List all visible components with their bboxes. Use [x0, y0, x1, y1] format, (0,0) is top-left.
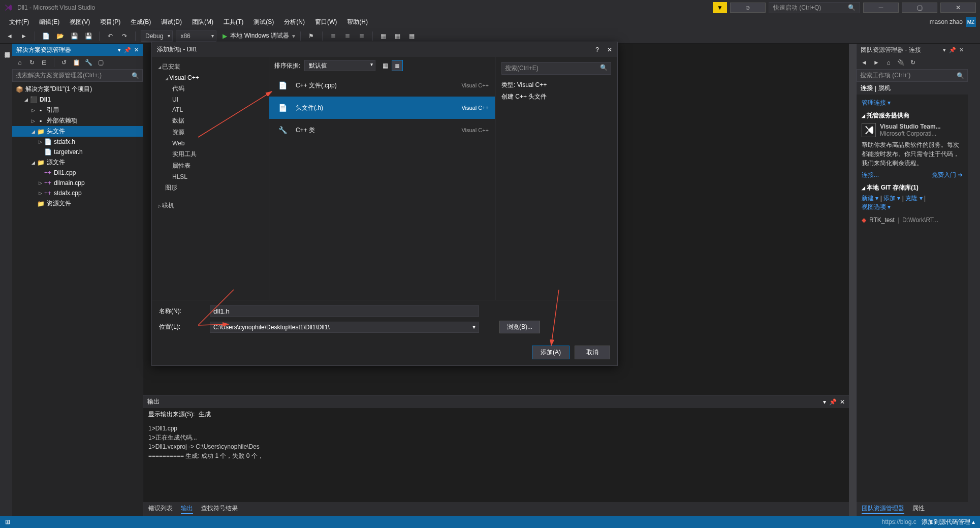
menu-build[interactable]: 生成(B)	[125, 16, 156, 28]
save-icon[interactable]: 💾	[69, 30, 80, 42]
menu-view[interactable]: 视图(V)	[65, 16, 95, 28]
git-add-link[interactable]: 添加 ▾	[883, 195, 900, 202]
cat-data[interactable]: 数据	[158, 115, 263, 127]
config-combo[interactable]: Debug	[141, 30, 173, 42]
free-start-link[interactable]: 免费入门 ➜	[932, 171, 963, 179]
manage-connections-link[interactable]: 管理连接 ▾	[862, 99, 963, 107]
git-view-options-link[interactable]: 视图选项 ▾	[862, 203, 963, 211]
location-input[interactable]: C:\Users\cynophile\Desktop\test1\Dll1\Dl…	[210, 322, 479, 333]
cat-prop[interactable]: 属性表	[158, 160, 263, 172]
git-clone-link[interactable]: 克隆 ▾	[905, 195, 922, 202]
cat-online[interactable]: 联机	[158, 200, 263, 211]
tree-file-dllmain-cpp[interactable]: ▷++dllmain.cpp	[12, 178, 143, 188]
output-text[interactable]: 1>Dll1.cpp 1>正在生成代码... 1>Dll1.vcxproj ->…	[143, 421, 849, 502]
toolbar-icon-6[interactable]: ▦	[392, 30, 403, 42]
browse-button[interactable]: 浏览(B)...	[499, 321, 540, 333]
tab-team-explorer[interactable]: 团队资源管理器	[862, 504, 904, 514]
menu-team[interactable]: 团队(M)	[187, 16, 218, 28]
tab-find-symbol[interactable]: 查找符号结果	[201, 504, 238, 514]
cancel-button[interactable]: 取消	[575, 346, 610, 359]
refresh-icon[interactable]: ↻	[27, 58, 37, 67]
cat-util[interactable]: 实用工具	[158, 148, 263, 160]
panel-dropdown-icon[interactable]: ▾	[823, 398, 826, 406]
toolbar-icon-5[interactable]: ▦	[378, 30, 389, 42]
toolbar-icon-3[interactable]: ≣	[342, 30, 353, 42]
template-cpp-file[interactable]: 📄 C++ 文件(.cpp) Visual C++	[269, 74, 495, 97]
tree-references[interactable]: ▷▪引用	[12, 105, 143, 115]
chevron-down-icon[interactable]: ▾	[472, 323, 476, 330]
toolbar-icon-1[interactable]: ⚑	[306, 30, 317, 42]
view-list-icon[interactable]: ≣	[392, 60, 403, 71]
menu-edit[interactable]: 编辑(E)	[34, 16, 65, 28]
redo-icon[interactable]: ↷	[119, 30, 130, 42]
toolbar-icon-2[interactable]: ≣	[328, 30, 339, 42]
menu-help[interactable]: 帮助(H)	[342, 16, 373, 28]
repo-name[interactable]: RTK_test	[869, 216, 895, 224]
cat-ui[interactable]: UI	[158, 95, 263, 105]
nav-forward-icon[interactable]: ►	[18, 30, 29, 42]
tree-sources-folder[interactable]: ◢📁源文件	[12, 157, 143, 168]
user-avatar[interactable]: MZ	[966, 17, 976, 27]
preview-icon[interactable]: ▢	[96, 58, 105, 67]
forward-icon[interactable]: ►	[872, 58, 881, 67]
back-icon[interactable]: ◄	[860, 58, 869, 67]
cat-installed[interactable]: 已安装	[158, 61, 263, 73]
notifications-flag-icon[interactable]: ▼	[713, 2, 727, 13]
maximize-button[interactable]: ▢	[902, 3, 937, 13]
cat-graphics[interactable]: 图形	[158, 182, 263, 194]
panel-close-icon[interactable]: ✕	[134, 47, 139, 53]
tree-project[interactable]: ◢⬛Dll1	[12, 95, 143, 105]
cat-code[interactable]: 代码	[158, 83, 263, 95]
menu-file[interactable]: 文件(F)	[4, 16, 34, 28]
menu-tools[interactable]: 工具(T)	[218, 16, 248, 28]
add-to-source-control[interactable]: 添加到源代码管理 ▴	[922, 518, 975, 526]
status-win-icon[interactable]: ⊞	[5, 518, 10, 525]
cat-web[interactable]: Web	[158, 138, 263, 148]
template-cpp-class[interactable]: 🔧 C++ 类 Visual C++	[269, 119, 495, 141]
close-button[interactable]: ✕	[940, 3, 976, 13]
git-new-link[interactable]: 新建 ▾	[862, 195, 878, 202]
menu-project[interactable]: 项目(P)	[95, 16, 125, 28]
solution-search-input[interactable]: 搜索解决方案资源管理器(Ctrl+;)🔍	[12, 69, 143, 82]
home-icon[interactable]: ⌂	[884, 58, 893, 67]
sort-combo[interactable]: 默认值	[304, 60, 375, 71]
new-project-icon[interactable]: 📄	[40, 30, 51, 42]
tree-file-targetver-h[interactable]: 📄targetver.h	[12, 147, 143, 157]
panel-dropdown-icon[interactable]: ▾	[118, 47, 121, 53]
panel-close-icon[interactable]: ✕	[959, 47, 964, 53]
save-all-icon[interactable]: 💾	[83, 30, 94, 42]
toolbar-icon-7[interactable]: ▦	[406, 30, 418, 42]
platform-combo[interactable]: x86	[176, 30, 216, 42]
tree-file-stdafx-cpp[interactable]: ▷++stdafx.cpp	[12, 188, 143, 198]
cat-visual-cpp[interactable]: Visual C++	[158, 73, 263, 83]
toolbar-icon-4[interactable]: ≣	[356, 30, 367, 42]
panel-pin-icon[interactable]: 📌	[124, 47, 131, 53]
start-debug-icon[interactable]: ▶	[223, 33, 227, 40]
show-all-icon[interactable]: 📋	[72, 58, 81, 67]
tree-file-dll1-cpp[interactable]: ++Dll1.cpp	[12, 168, 143, 178]
menu-analyze[interactable]: 分析(N)	[279, 16, 310, 28]
server-explorer-tab[interactable]: 服务器资源管理器	[0, 44, 12, 516]
tab-properties[interactable]: 属性	[912, 504, 925, 514]
tree-headers-folder[interactable]: ◢📁头文件	[12, 126, 143, 137]
panel-dropdown-icon[interactable]: ▾	[943, 47, 946, 53]
home-icon[interactable]: ⌂	[15, 58, 24, 67]
name-input[interactable]	[210, 305, 479, 317]
panel-pin-icon[interactable]: 📌	[829, 398, 837, 406]
quick-launch-input[interactable]: 快速启动 (Ctrl+Q)🔍	[769, 2, 860, 13]
menu-debug[interactable]: 调试(D)	[156, 16, 187, 28]
team-search-input[interactable]: 搜索工作项 (Ctrl+')🔍	[857, 69, 968, 82]
template-header-file[interactable]: 📄 头文件(.h) Visual C++	[269, 97, 495, 119]
tab-output[interactable]: 输出	[181, 504, 193, 514]
dialog-search-input[interactable]: 搜索(Ctrl+E)🔍	[501, 62, 611, 75]
view-tiles-icon[interactable]: ▦	[380, 60, 391, 71]
menu-window[interactable]: 窗口(W)	[310, 16, 342, 28]
add-button[interactable]: 添加(A)	[532, 346, 570, 359]
dialog-help-icon[interactable]: ?	[595, 46, 599, 53]
menu-test[interactable]: 测试(S)	[248, 16, 279, 28]
tree-solution-root[interactable]: 📦解决方案"Dll1"(1 个项目)	[12, 84, 143, 95]
open-file-icon[interactable]: 📂	[54, 30, 66, 42]
panel-close-icon[interactable]: ✕	[840, 398, 845, 406]
output-source-value[interactable]: 生成	[199, 410, 211, 419]
vertical-scrollbar[interactable]	[849, 44, 856, 516]
